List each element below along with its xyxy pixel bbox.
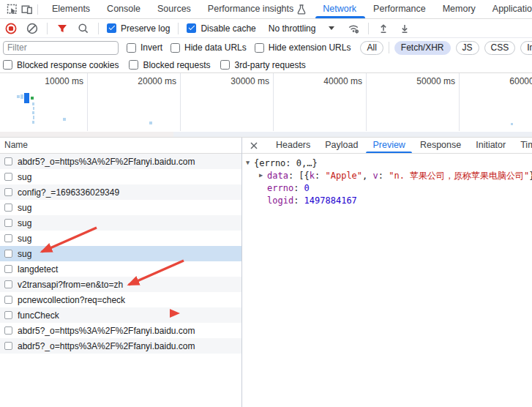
request-row[interactable]: sug: [0, 246, 241, 261]
request-type-icon: [4, 219, 12, 227]
checkbox-hide-extension-urls[interactable]: Hide extension URLs: [255, 42, 351, 53]
import-har-icon[interactable]: [398, 22, 411, 35]
record-network-log-icon[interactable]: [4, 22, 18, 35]
checkbox-unchecked-icon: [171, 43, 180, 53]
detail-tab-payload[interactable]: Payload: [325, 138, 358, 153]
overview-gridline: [366, 73, 367, 131]
json-number: 1497884167: [304, 195, 357, 206]
checkbox-label: 3rd-party requests: [234, 60, 305, 70]
request-row[interactable]: abdr5?_o=https%3A%2F%2Ffanyi.baidu.com: [0, 323, 241, 338]
tab-sources[interactable]: Sources: [157, 0, 191, 18]
column-header-name[interactable]: Name: [0, 138, 241, 154]
request-type-icon: [4, 326, 12, 335]
throttling-select[interactable]: No throttling: [269, 23, 335, 34]
request-row[interactable]: sug: [0, 200, 241, 215]
preserve-log-checkbox[interactable]: Preserve log: [107, 23, 170, 34]
network-overview[interactable]: 10000 ms20000 ms30000 ms40000 ms50000 ms…: [0, 73, 532, 138]
request-row[interactable]: sug: [0, 169, 241, 184]
overview-time-label: 20000 ms: [138, 76, 176, 86]
request-row[interactable]: abdr5?_o=https%3A%2F%2Ffanyi.baidu.com: [0, 338, 241, 354]
network-main: Name abdr5?_o=https%3A%2F%2Ffanyi.baidu.…: [0, 138, 532, 407]
request-row[interactable]: pcnewcollection?req=check: [0, 292, 241, 307]
checkbox-unchecked-icon: [129, 60, 138, 70]
overview-gridline: [459, 73, 460, 131]
checkbox-unchecked-icon: [220, 60, 230, 70]
preview-line: ▶data: [{k: "Apple", v: "n. 苹果公司，原称苹果电脑公…: [246, 169, 532, 182]
request-type-icon: [4, 280, 12, 288]
overview-request-mark: [511, 123, 513, 125]
tab-memory[interactable]: Memory: [443, 0, 476, 18]
json-text: }, {: [529, 171, 532, 181]
request-row[interactable]: funcCheck: [0, 307, 241, 323]
tree-expander-icon[interactable]: ▶: [259, 169, 267, 182]
json-key: k: [310, 171, 315, 181]
checkbox-3rd-party-requests[interactable]: 3rd-party requests: [220, 60, 305, 70]
tab-network[interactable]: Network: [323, 0, 356, 18]
request-name: pcnewcollection?req=check: [18, 295, 125, 305]
request-row[interactable]: v2transapi?from=en&to=zh: [0, 277, 241, 292]
export-har-icon[interactable]: [377, 22, 390, 35]
checkbox-unchecked-icon: [255, 43, 264, 53]
filter-chip-js[interactable]: JS: [456, 41, 479, 55]
request-type-icon: [4, 296, 12, 304]
filter-funnel-icon[interactable]: [56, 22, 69, 35]
tab-elements[interactable]: Elements: [52, 0, 90, 18]
overview-time-label: 10000 ms: [45, 76, 83, 86]
clear-network-log-icon[interactable]: [26, 22, 39, 35]
detail-tab-initiator[interactable]: Initiator: [476, 138, 506, 153]
disable-cache-checkbox[interactable]: Disable cache: [187, 23, 255, 34]
checkbox-blocked-response-cookies[interactable]: Blocked response cookies: [3, 60, 119, 70]
tab-label: Memory: [443, 0, 476, 18]
json-key: errno: [267, 183, 293, 193]
throttling-value: No throttling: [269, 23, 316, 34]
request-name: config?_=1696336029349: [18, 187, 119, 198]
json-text: ,: [362, 171, 372, 181]
request-row[interactable]: config?_=1696336029349: [0, 184, 241, 200]
filter-chip-css[interactable]: CSS: [484, 41, 516, 55]
overview-request-mark: [32, 111, 34, 114]
checkbox-hide-data-urls[interactable]: Hide data URLs: [171, 42, 247, 53]
network-conditions-icon[interactable]: [347, 22, 360, 35]
request-name: sug: [18, 172, 31, 182]
request-row[interactable]: langdetect: [0, 261, 241, 277]
request-name: sug: [18, 203, 31, 213]
tab-application[interactable]: Application: [492, 0, 532, 18]
request-name: sug: [18, 234, 31, 244]
detail-tab-preview[interactable]: Preview: [372, 138, 405, 153]
tab-console[interactable]: Console: [107, 0, 141, 18]
tab-label: Performance insights: [208, 0, 293, 18]
detail-tab-headers[interactable]: Headers: [276, 138, 310, 153]
request-row[interactable]: sug: [0, 215, 241, 231]
json-text: {errno: 0,…}: [254, 158, 318, 168]
json-text: :: [293, 195, 304, 206]
checkbox-unchecked-icon: [127, 43, 136, 53]
tab-performance[interactable]: Performance: [373, 0, 426, 18]
search-icon[interactable]: [77, 22, 90, 35]
overview-gridline: [273, 73, 274, 131]
detail-tab-response[interactable]: Response: [420, 138, 461, 153]
request-row[interactable]: sug: [0, 231, 241, 246]
request-name: funcCheck: [18, 310, 59, 321]
filter-input[interactable]: [3, 41, 119, 55]
request-type-icon: [4, 204, 12, 212]
tab-label: Console: [107, 0, 141, 18]
json-key: data: [267, 171, 288, 181]
filter-chip-img[interactable]: Img: [520, 41, 532, 55]
tab-performance-insights[interactable]: Performance insights: [208, 0, 306, 18]
request-name: abdr5?_o=https%3A%2F%2Ffanyi.baidu.com: [18, 341, 195, 351]
filter-chip-fetch-xhr[interactable]: Fetch/XHR: [394, 41, 451, 55]
json-text: : [{: [288, 171, 310, 181]
checkbox-invert[interactable]: Invert: [127, 42, 162, 53]
device-toolbar-icon[interactable]: [20, 2, 34, 17]
tree-expander-icon[interactable]: ▼: [246, 157, 254, 169]
inspect-element-icon[interactable]: [5, 2, 20, 17]
tree-indent-spacer: [259, 194, 267, 206]
request-type-icon: [4, 342, 12, 350]
request-name: abdr5?_o=https%3A%2F%2Ffanyi.baidu.com: [18, 157, 195, 167]
request-row[interactable]: abdr5?_o=https%3A%2F%2Ffanyi.baidu.com: [0, 154, 241, 169]
checkbox-blocked-requests[interactable]: Blocked requests: [129, 60, 210, 70]
detail-tab-timing[interactable]: Timing: [520, 138, 532, 153]
close-icon[interactable]: [249, 141, 259, 151]
divider: [368, 23, 369, 34]
filter-chip-all[interactable]: All: [360, 41, 383, 55]
